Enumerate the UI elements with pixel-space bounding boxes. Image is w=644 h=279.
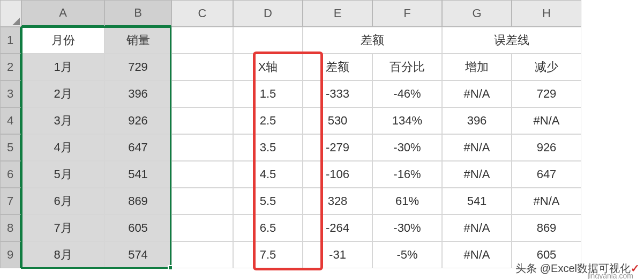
cell-A1[interactable]: 月份	[21, 27, 104, 54]
spreadsheet-grid[interactable]: A B C D E F G H 1 月份 销量 差额 误差线 2 1月 729 …	[0, 0, 644, 268]
cell-A2[interactable]: 1月	[21, 54, 104, 80]
cell-A3[interactable]: 2月	[21, 80, 104, 107]
cell-G8[interactable]: #N/A	[442, 215, 512, 241]
row-header-2[interactable]: 2	[0, 54, 21, 80]
cell-E7[interactable]: 328	[303, 188, 372, 215]
col-header-E[interactable]: E	[303, 0, 372, 27]
cell-C6[interactable]	[171, 161, 233, 188]
cell-D3[interactable]: 1.5	[233, 80, 303, 107]
cell-H7[interactable]: #N/A	[512, 188, 581, 215]
cell-E9[interactable]: -31	[303, 241, 372, 268]
col-header-A[interactable]: A	[21, 0, 104, 27]
cell-E1F1-merged[interactable]: 差额	[303, 27, 442, 54]
row-header-8[interactable]: 8	[0, 215, 21, 241]
cell-D7[interactable]: 5.5	[233, 188, 303, 215]
cell-A7[interactable]: 6月	[21, 188, 104, 215]
cell-G7[interactable]: 541	[442, 188, 512, 215]
cell-F6[interactable]: -16%	[372, 161, 442, 188]
cell-C3[interactable]	[171, 80, 233, 107]
cell-F8[interactable]: -30%	[372, 215, 442, 241]
cell-C7[interactable]	[171, 188, 233, 215]
col-header-C[interactable]: C	[171, 0, 233, 27]
cell-G3[interactable]: #N/A	[442, 80, 512, 107]
cell-B9[interactable]: 574	[104, 241, 171, 268]
cell-A4[interactable]: 3月	[21, 107, 104, 134]
cell-A9[interactable]: 8月	[21, 241, 104, 268]
cell-E6[interactable]: -106	[303, 161, 372, 188]
cell-D4[interactable]: 2.5	[233, 107, 303, 134]
col-header-H[interactable]: H	[512, 0, 581, 27]
cell-D1[interactable]	[233, 27, 303, 54]
cell-H5[interactable]: 926	[512, 134, 581, 161]
cell-H8[interactable]: 869	[512, 215, 581, 241]
cell-C9[interactable]	[171, 241, 233, 268]
cell-C2[interactable]	[171, 54, 233, 80]
cell-H3[interactable]: 729	[512, 80, 581, 107]
row-header-3[interactable]: 3	[0, 80, 21, 107]
cell-D2[interactable]: X轴	[233, 54, 303, 80]
cell-B8[interactable]: 605	[104, 215, 171, 241]
cell-B7[interactable]: 869	[104, 188, 171, 215]
cell-D8[interactable]: 6.5	[233, 215, 303, 241]
row-header-5[interactable]: 5	[0, 134, 21, 161]
cell-C1[interactable]	[171, 27, 233, 54]
cell-F4[interactable]: 134%	[372, 107, 442, 134]
cell-H4[interactable]: #N/A	[512, 107, 581, 134]
cell-H2[interactable]: 减少	[512, 54, 581, 80]
cell-B4[interactable]: 926	[104, 107, 171, 134]
cell-E4[interactable]: 530	[303, 107, 372, 134]
cell-G9[interactable]: #N/A	[442, 241, 512, 268]
row-header-9[interactable]: 9	[0, 241, 21, 268]
col-header-G[interactable]: G	[442, 0, 512, 27]
row-header-7[interactable]: 7	[0, 188, 21, 215]
cell-H9[interactable]: 605	[512, 241, 581, 268]
cell-D6[interactable]: 4.5	[233, 161, 303, 188]
cell-B6[interactable]: 541	[104, 161, 171, 188]
cell-G1H1-merged[interactable]: 误差线	[442, 27, 581, 54]
watermark-site: jingyanla.com	[587, 271, 633, 279]
cell-D5[interactable]: 3.5	[233, 134, 303, 161]
row-header-4[interactable]: 4	[0, 107, 21, 134]
cell-E2[interactable]: 差额	[303, 54, 372, 80]
cell-G6[interactable]: #N/A	[442, 161, 512, 188]
row-header-1[interactable]: 1	[0, 27, 21, 54]
cell-D9[interactable]: 7.5	[233, 241, 303, 268]
select-all-corner[interactable]	[0, 0, 21, 27]
cell-E3[interactable]: -333	[303, 80, 372, 107]
cell-A6[interactable]: 5月	[21, 161, 104, 188]
cell-C8[interactable]	[171, 215, 233, 241]
cell-B3[interactable]: 396	[104, 80, 171, 107]
cell-E8[interactable]: -264	[303, 215, 372, 241]
cell-F5[interactable]: -30%	[372, 134, 442, 161]
col-header-B[interactable]: B	[104, 0, 171, 27]
cell-C5[interactable]	[171, 134, 233, 161]
cell-E5[interactable]: -279	[303, 134, 372, 161]
cell-F2[interactable]: 百分比	[372, 54, 442, 80]
cell-B2[interactable]: 729	[104, 54, 171, 80]
cell-F3[interactable]: -46%	[372, 80, 442, 107]
cell-G4[interactable]: 396	[442, 107, 512, 134]
cell-F9[interactable]: -5%	[372, 241, 442, 268]
col-header-D[interactable]: D	[233, 0, 303, 27]
row-header-6[interactable]: 6	[0, 161, 21, 188]
cell-G5[interactable]: #N/A	[442, 134, 512, 161]
cell-H6[interactable]: 647	[512, 161, 581, 188]
cell-A5[interactable]: 4月	[21, 134, 104, 161]
cell-B1[interactable]: 销量	[104, 27, 171, 54]
cell-F7[interactable]: 61%	[372, 188, 442, 215]
cell-A8[interactable]: 7月	[21, 215, 104, 241]
cell-B5[interactable]: 647	[104, 134, 171, 161]
cell-C4[interactable]	[171, 107, 233, 134]
col-header-F[interactable]: F	[372, 0, 442, 27]
cell-G2[interactable]: 增加	[442, 54, 512, 80]
